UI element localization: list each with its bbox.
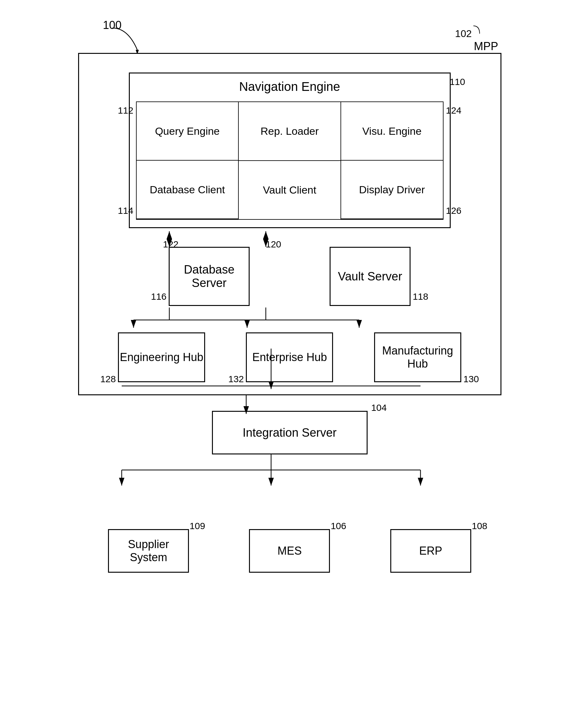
mes-box: MES 106 [249,529,330,573]
integration-section: Integration Server 104 Supplier System [78,411,502,573]
servers-row: Database Server 116 Vault Server 118 [129,247,451,306]
callout-109: 109 [190,521,205,531]
callout-108: 108 [472,521,487,531]
mpp-box: Navigation Engine 110 112 Query Engine D… [78,53,502,395]
supplier-system-box: Supplier System 109 [108,529,189,573]
integration-server-wrapper: Integration Server 104 [78,411,502,455]
col-visu: 124 Visu. Engine Display Driver 126 [341,101,444,220]
bottom-connectors-svg [78,455,502,485]
callout-106: 106 [330,521,346,531]
nav-engine-box: Navigation Engine 110 112 Query Engine D… [129,72,451,228]
query-engine-cell: Query Engine [137,102,239,161]
arrow-102-svg [464,24,483,41]
arrow-100-svg [109,25,147,56]
mpp-exit-svg [78,395,502,414]
ext-row: Supplier System 109 MES 106 ERP 108 [78,529,502,573]
callout-114: 114 [118,205,134,216]
callout-118: 118 [413,291,428,302]
rep-loader-cell: Rep. Loader [239,102,341,161]
nav-engine-label: Navigation Engine [130,73,450,94]
vault-server-box: Vault Server 118 [329,247,411,306]
diagram-container: 100 102 MPP Navigation Engine 110 112 Qu… [53,19,520,532]
visu-engine-cell: Visu. Engine [341,102,443,161]
callout-110: 110 [450,76,465,87]
database-server-label: Database Server [170,263,249,290]
display-driver-cell: Display Driver [341,161,443,219]
mpp-label: MPP [474,40,498,53]
integration-server-box: Integration Server 104 [212,411,368,455]
erp-box: ERP 108 [390,529,471,573]
erp-label: ERP [419,544,442,558]
integration-server-label: Integration Server [243,426,336,439]
mes-label: MES [277,544,302,558]
callout-124: 124 [446,105,461,116]
supplier-system-label: Supplier System [109,538,188,564]
inner-grid: 112 Query Engine Database Client 114 Rep… [136,101,444,220]
col-query: 112 Query Engine Database Client 114 [136,101,239,220]
vault-client-cell: Vault Client [239,161,341,219]
col-rep: Rep. Loader Vault Client [239,101,341,220]
callout-116: 116 [151,291,166,302]
callout-126: 126 [446,205,461,216]
database-client-cell: Database Client [137,161,239,219]
callout-112: 112 [118,105,134,116]
database-server-box: Database Server 116 [169,247,250,306]
vault-server-label: Vault Server [338,270,402,283]
